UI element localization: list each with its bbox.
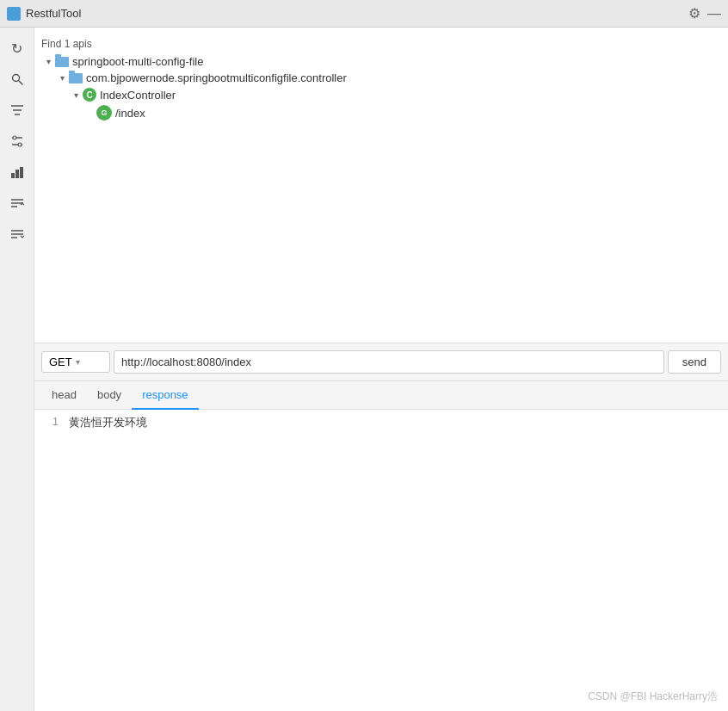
tree-project[interactable]: ▾ springboot-multi-config-file bbox=[34, 53, 728, 70]
tree-arrow-project: ▾ bbox=[41, 57, 55, 66]
svg-rect-11 bbox=[20, 167, 23, 178]
method-select[interactable]: GET ▾ bbox=[41, 351, 110, 373]
main-layout: ↻ bbox=[0, 28, 728, 711]
url-input[interactable] bbox=[114, 350, 664, 374]
content-area: Find 1 apis ▾ springboot-multi-config-fi… bbox=[34, 28, 728, 711]
search-icon[interactable] bbox=[3, 65, 31, 93]
app-title: RestfulTool bbox=[26, 7, 81, 20]
package-folder-icon bbox=[69, 73, 83, 83]
line-number: 1 bbox=[34, 413, 69, 428]
tree-controller[interactable]: ▾ C IndexController bbox=[34, 86, 728, 103]
svg-rect-10 bbox=[15, 170, 19, 178]
controller-name: IndexController bbox=[100, 89, 176, 102]
chart-icon[interactable] bbox=[3, 158, 31, 186]
get-method-icon: G bbox=[96, 105, 112, 121]
filter-icon[interactable] bbox=[3, 96, 31, 124]
package-name: com.bjpowernode.springbootmulticonfigfil… bbox=[86, 71, 347, 84]
svg-rect-9 bbox=[11, 173, 15, 178]
title-bar-left: RestfulTool bbox=[7, 7, 81, 21]
tab-response[interactable]: response bbox=[132, 381, 198, 410]
method-label: GET bbox=[49, 356, 72, 368]
list-up-icon[interactable] bbox=[3, 189, 31, 217]
api-tree-panel: Find 1 apis ▾ springboot-multi-config-fi… bbox=[34, 28, 728, 343]
tree-arrow-controller: ▾ bbox=[69, 90, 83, 100]
svg-point-8 bbox=[18, 143, 22, 146]
title-bar: RestfulTool ⚙ — bbox=[0, 0, 728, 28]
tab-head[interactable]: head bbox=[41, 381, 87, 410]
request-bar: GET ▾ send bbox=[34, 343, 728, 381]
endpoint-path: /index bbox=[115, 107, 145, 120]
minimize-icon[interactable]: — bbox=[707, 6, 721, 22]
tree-package[interactable]: ▾ com.bjpowernode.springbootmulticonfigf… bbox=[34, 70, 728, 86]
folder-icon bbox=[55, 57, 69, 67]
tree-endpoint[interactable]: ▾ G /index bbox=[34, 103, 728, 122]
send-button[interactable]: send bbox=[668, 350, 721, 374]
config-icon[interactable] bbox=[3, 127, 31, 155]
response-line: 1 黄浩恒开发环境 bbox=[34, 410, 728, 436]
list-down-icon[interactable] bbox=[3, 220, 31, 248]
title-bar-controls: ⚙ — bbox=[688, 5, 721, 22]
chevron-down-icon: ▾ bbox=[76, 357, 80, 367]
find-apis-header: Find 1 apis bbox=[34, 34, 728, 53]
watermark: CSDN @FBI HackerHarry浩 bbox=[588, 689, 718, 704]
svg-point-6 bbox=[13, 136, 16, 139]
line-content: 黄浩恒开发环境 bbox=[69, 413, 147, 432]
class-icon: C bbox=[83, 88, 96, 102]
response-panel: 1 黄浩恒开发环境 bbox=[34, 410, 728, 711]
sidebar: ↻ bbox=[0, 28, 34, 711]
settings-icon[interactable]: ⚙ bbox=[688, 5, 700, 22]
project-name: springboot-multi-config-file bbox=[72, 55, 203, 68]
svg-line-1 bbox=[19, 81, 22, 84]
refresh-icon[interactable]: ↻ bbox=[3, 34, 31, 62]
tabs-bar: head body response bbox=[34, 381, 728, 410]
svg-point-0 bbox=[12, 75, 19, 82]
app-logo bbox=[7, 7, 21, 21]
tab-body[interactable]: body bbox=[87, 381, 132, 410]
tree-arrow-package: ▾ bbox=[55, 73, 69, 83]
